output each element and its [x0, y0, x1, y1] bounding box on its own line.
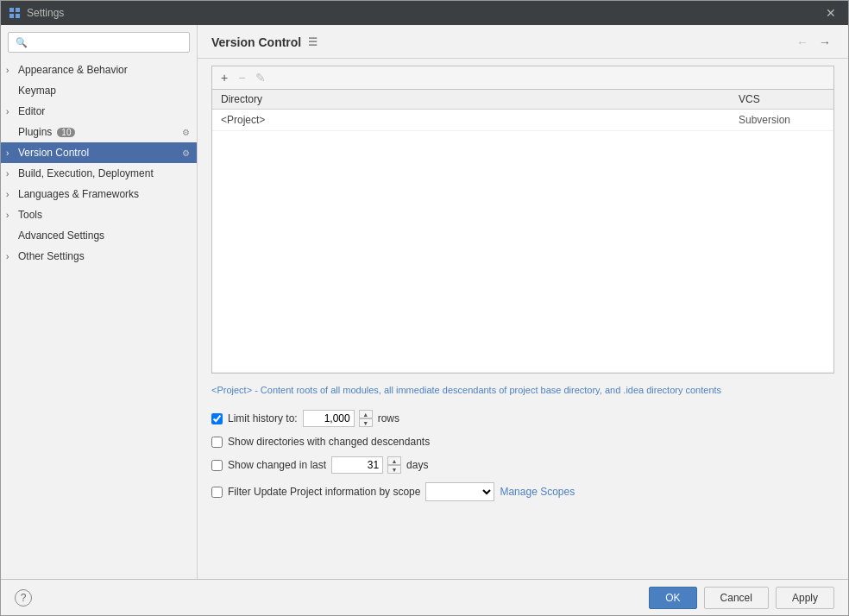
- sidebar-item-languages[interactable]: › Languages & Frameworks: [1, 184, 197, 204]
- label-show-changed-descendants: Show directories with changed descendant…: [228, 436, 430, 448]
- sidebar-item-label: Tools: [18, 209, 42, 221]
- back-arrow[interactable]: ←: [793, 34, 812, 51]
- expand-icon: ›: [6, 190, 9, 199]
- info-text: <Project> - Content roots of all modules…: [211, 385, 721, 395]
- spinner-limit-history: ▲ ▼: [359, 410, 373, 427]
- label-limit-history-before: Limit history to:: [228, 412, 298, 424]
- sidebar: 🔍 › Appearance & Behavior Keymap › Edito…: [1, 25, 198, 579]
- search-box[interactable]: 🔍: [8, 32, 190, 53]
- sidebar-item-appearance[interactable]: › Appearance & Behavior: [1, 60, 197, 80]
- sidebar-item-label: Plugins: [18, 126, 52, 138]
- spacer: [198, 508, 848, 579]
- label-show-changed-last-before: Show changed in last: [228, 459, 326, 471]
- spin-up-limit[interactable]: ▲: [359, 410, 373, 418]
- sidebar-item-tools[interactable]: › Tools: [1, 204, 197, 225]
- sidebar-item-label: Languages & Frameworks: [18, 188, 139, 200]
- sidebar-item-advanced[interactable]: Advanced Settings: [1, 225, 197, 246]
- nav-arrows: ← →: [793, 34, 834, 51]
- label-filter-update: Filter Update Project information by sco…: [228, 486, 420, 498]
- cancel-button[interactable]: Cancel: [704, 587, 769, 609]
- sidebar-item-label: Other Settings: [18, 250, 85, 262]
- option-filter-update: Filter Update Project information by sco…: [211, 482, 834, 501]
- spin-down-changed-last[interactable]: ▼: [387, 465, 401, 474]
- sidebar-item-label: Build, Execution, Deployment: [18, 167, 154, 179]
- checkbox-show-changed-last[interactable]: [211, 460, 223, 471]
- svg-rect-3: [16, 14, 20, 18]
- option-show-changed-descendants: Show directories with changed descendant…: [211, 436, 834, 448]
- window-title: Settings: [27, 7, 821, 19]
- vcs-table-container: + − ✎ Directory VCS <Project> Subv: [211, 66, 834, 374]
- settings-panel-icon[interactable]: ☰: [308, 36, 318, 48]
- settings-icon: ⚙: [182, 128, 190, 137]
- close-button[interactable]: ✕: [821, 4, 841, 22]
- checkbox-limit-history[interactable]: [211, 413, 223, 424]
- main-header: Version Control ☰ ← →: [198, 25, 848, 59]
- checkbox-filter-update[interactable]: [211, 487, 223, 498]
- spin-up-changed-last[interactable]: ▲: [387, 456, 401, 465]
- expand-icon: ›: [6, 107, 9, 116]
- spin-down-limit[interactable]: ▼: [359, 418, 373, 427]
- vcs-table: Directory VCS <Project> Subversion: [212, 90, 833, 373]
- settings-icon: ⚙: [182, 148, 190, 158]
- option-limit-history: Limit history to: ▲ ▼ rows: [211, 410, 834, 427]
- expand-icon: ›: [6, 252, 9, 261]
- options-area: Limit history to: ▲ ▼ rows Show director…: [198, 403, 848, 508]
- plugins-badge: 10: [57, 128, 75, 137]
- content-area: 🔍 › Appearance & Behavior Keymap › Edito…: [1, 25, 848, 579]
- remove-button[interactable]: −: [235, 70, 248, 85]
- input-limit-history[interactable]: [303, 410, 355, 427]
- bottom-bar: ? OK Cancel Apply: [1, 579, 848, 615]
- sidebar-item-plugins[interactable]: Plugins 10 ⚙: [1, 122, 197, 142]
- sidebar-item-label: Editor: [18, 105, 45, 117]
- forward-arrow[interactable]: →: [815, 34, 834, 51]
- ok-button[interactable]: OK: [649, 587, 696, 609]
- settings-window: Settings ✕ 🔍 › Appearance & Behavior Key…: [0, 0, 849, 616]
- sidebar-item-keymap[interactable]: Keymap: [1, 80, 197, 101]
- svg-rect-0: [9, 8, 14, 12]
- add-button[interactable]: +: [217, 70, 231, 85]
- expand-icon: ›: [6, 211, 9, 220]
- manage-scopes-link[interactable]: Manage Scopes: [500, 486, 575, 498]
- sidebar-item-label: Keymap: [18, 85, 56, 97]
- sidebar-item-version-control[interactable]: › Version Control ⚙: [1, 142, 197, 163]
- sidebar-item-label: Appearance & Behavior: [18, 64, 128, 76]
- expand-icon: ›: [6, 66, 9, 75]
- table-toolbar: + − ✎: [212, 66, 833, 90]
- expand-icon: ›: [6, 148, 9, 158]
- sidebar-items-list: › Appearance & Behavior Keymap › Editor …: [1, 60, 197, 579]
- col-vcs: VCS: [730, 90, 833, 110]
- checkbox-show-changed-descendants[interactable]: [211, 437, 223, 448]
- apply-button[interactable]: Apply: [776, 587, 834, 609]
- sidebar-item-build[interactable]: › Build, Execution, Deployment: [1, 163, 197, 184]
- label-limit-history-after: rows: [378, 412, 399, 424]
- sidebar-item-other[interactable]: › Other Settings: [1, 246, 197, 267]
- col-directory: Directory: [212, 90, 730, 110]
- edit-button[interactable]: ✎: [252, 70, 269, 85]
- option-show-changed-last: Show changed in last ▲ ▼ days: [211, 456, 834, 474]
- sidebar-item-editor[interactable]: › Editor: [1, 101, 197, 122]
- sidebar-item-label: Version Control: [18, 147, 89, 159]
- table-header-row: Directory VCS: [212, 90, 833, 110]
- app-icon: [8, 6, 22, 20]
- scope-dropdown[interactable]: [425, 482, 494, 501]
- search-input[interactable]: [31, 36, 182, 48]
- svg-rect-1: [16, 8, 20, 12]
- table-row[interactable]: <Project> Subversion: [212, 110, 833, 131]
- title-bar: Settings ✕: [1, 1, 848, 25]
- main-title: Version Control ☰: [211, 35, 318, 49]
- empty-row: [212, 131, 833, 373]
- help-button[interactable]: ?: [15, 589, 32, 607]
- search-icon: 🔍: [16, 37, 28, 48]
- label-show-changed-last-after: days: [406, 459, 428, 471]
- info-area: <Project> - Content roots of all modules…: [198, 380, 848, 403]
- spinner-changed-last: ▲ ▼: [387, 456, 401, 474]
- sidebar-item-label: Advanced Settings: [18, 229, 104, 242]
- bottom-buttons: OK Cancel Apply: [649, 587, 834, 609]
- expand-icon: ›: [6, 169, 9, 179]
- main-panel: Version Control ☰ ← → + − ✎: [198, 25, 848, 579]
- cell-vcs: Subversion: [730, 110, 833, 131]
- cell-directory: <Project>: [212, 110, 730, 131]
- svg-rect-2: [9, 14, 14, 18]
- input-show-changed-last[interactable]: [331, 456, 383, 474]
- page-title: Version Control: [211, 35, 301, 49]
